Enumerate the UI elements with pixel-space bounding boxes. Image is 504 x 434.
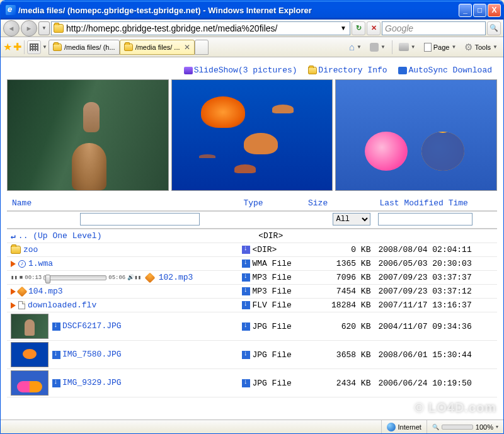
- thumbnail-icon[interactable]: [11, 370, 49, 396]
- modified-cell: 2007/09/23 03:37:37: [374, 271, 497, 285]
- modified-cell: 2004/11/07 09:34:36: [374, 312, 497, 341]
- feeds-button[interactable]: ▼: [367, 40, 389, 54]
- pin-icon[interactable]: [17, 286, 28, 297]
- thumbnail-3[interactable]: [335, 79, 497, 191]
- size-cell: 7454 KB: [303, 285, 374, 299]
- download-icon[interactable]: [242, 301, 250, 309]
- col-modified[interactable]: Last Modified Time: [374, 196, 497, 212]
- print-button[interactable]: ▼: [396, 40, 419, 54]
- file-link[interactable]: 104.mp3: [28, 287, 63, 296]
- file-link[interactable]: 102.mp3: [159, 273, 193, 282]
- slideshow-icon: [184, 67, 193, 74]
- table-row[interactable]: downloaded.flv FLV File 18284 KB 2007/11…: [7, 299, 497, 312]
- size-filter-select[interactable]: All: [333, 213, 370, 226]
- zoom-control[interactable]: 🔍100%▾: [427, 420, 503, 433]
- address-toolbar: ◄ ► ▼ http://homepc.gbridge-test.gbridge…: [1, 20, 503, 37]
- page-content: SlideShow(3 pictures) Directory Info Aut…: [1, 57, 503, 420]
- url-dropdown-icon[interactable]: ▼: [339, 25, 348, 31]
- col-name[interactable]: Name: [7, 196, 238, 212]
- size-cell: 620 KB: [303, 312, 374, 341]
- favorites-star-icon[interactable]: ★: [3, 41, 12, 53]
- print-icon: [399, 43, 409, 51]
- name-filter-input[interactable]: [80, 213, 200, 226]
- thumbnail-1[interactable]: [7, 79, 169, 191]
- play-icon[interactable]: [11, 288, 16, 295]
- download-icon[interactable]: [242, 351, 250, 359]
- file-link[interactable]: IMG_7580.JPG: [62, 350, 122, 359]
- modified-cell: 2006/05/03 20:30:03: [374, 257, 497, 271]
- directory-info-link[interactable]: Directory Info: [308, 66, 387, 75]
- stop-button[interactable]: ✕: [367, 21, 381, 35]
- nav-history-dropdown[interactable]: ▼: [38, 21, 50, 35]
- zoom-slider[interactable]: [442, 425, 473, 430]
- download-icon[interactable]: [242, 287, 250, 295]
- table-row[interactable]: IMG_7580.JPG JPG File 3658 KB 2008/06/01…: [7, 341, 497, 369]
- search-box[interactable]: Google: [382, 21, 486, 35]
- download-icon[interactable]: [242, 379, 250, 387]
- table-row[interactable]: ▮▮ ■ 00:1305:06 🔊▮▮ 102.mp3 MP3 File 709…: [7, 271, 497, 285]
- table-row[interactable]: ♪ 1.wma WMA File 1365 KB 2006/05/03 20:3…: [7, 257, 497, 271]
- file-link[interactable]: DSCF6217.JPG: [62, 321, 122, 331]
- address-bar[interactable]: http://homepc.gbridge-test.gbridge.net/m…: [51, 21, 350, 35]
- titlebar[interactable]: /media files/ (homepc.gbridge-test.gbrid…: [1, 1, 503, 20]
- back-button[interactable]: ◄: [3, 20, 20, 37]
- size-cell: 0 KB: [303, 243, 374, 257]
- security-zone[interactable]: Internet: [381, 420, 427, 433]
- forward-button[interactable]: ►: [21, 20, 37, 37]
- download-icon[interactable]: [242, 323, 250, 331]
- up-one-level-link[interactable]: .. (Up One Level): [18, 231, 102, 241]
- tab-close-icon[interactable]: ✕: [184, 43, 190, 52]
- size-cell: 18284 KB: [303, 299, 374, 312]
- col-type[interactable]: Type: [238, 196, 303, 212]
- maximize-button[interactable]: □: [473, 4, 486, 17]
- minimize-button[interactable]: _: [459, 4, 472, 17]
- download-icon[interactable]: [242, 246, 250, 254]
- file-link[interactable]: zoo: [23, 245, 38, 254]
- table-row[interactable]: IMG_9329.JPG JPG File 2434 KB 2006/06/24…: [7, 369, 497, 397]
- pin-icon[interactable]: [144, 272, 155, 283]
- play-icon[interactable]: [11, 302, 16, 309]
- file-link[interactable]: 1.wma: [28, 259, 53, 268]
- slideshow-link[interactable]: SlideShow(3 pictures): [184, 66, 297, 75]
- autosync-link[interactable]: AutoSync Download: [398, 66, 492, 75]
- search-button[interactable]: 🔍: [487, 21, 501, 35]
- table-row[interactable]: zoo <DIR> 0 KB 2008/08/04 02:04:11: [7, 243, 497, 257]
- page-icon: [424, 43, 432, 52]
- modified-filter-input[interactable]: [378, 213, 472, 226]
- size-cell: 1365 KB: [303, 257, 374, 271]
- tab-inactive[interactable]: /media files/ (h...: [49, 40, 120, 55]
- new-tab-button[interactable]: [195, 40, 209, 55]
- watermark: © LO4D.com: [415, 401, 496, 415]
- download-icon[interactable]: [52, 323, 60, 331]
- thumbnail-2[interactable]: [171, 79, 333, 191]
- thumbnail-icon[interactable]: [11, 314, 49, 339]
- pause-icon[interactable]: ▮▮: [11, 274, 18, 281]
- page-menu[interactable]: Page▼: [421, 40, 460, 54]
- dropdown-icon[interactable]: ▼: [42, 44, 47, 50]
- add-favorite-icon[interactable]: ✚: [13, 41, 21, 53]
- tab-toolbar: ★ ✚ ▼ /media files/ (h... /media files/ …: [1, 37, 503, 57]
- rss-icon: [370, 43, 379, 52]
- tab-active[interactable]: /media files/ ... ✕: [120, 40, 195, 55]
- file-link[interactable]: IMG_9329.JPG: [62, 378, 122, 387]
- folder-icon: [54, 24, 64, 33]
- table-row[interactable]: ↵ .. (Up One Level) <DIR>: [7, 229, 497, 243]
- type-cell: <DIR>: [238, 229, 303, 243]
- media-player-bar[interactable]: ▮▮ ■ 00:1305:06 🔊▮▮: [11, 274, 141, 281]
- table-row[interactable]: DSCF6217.JPG JPG File 620 KB 2004/11/07 …: [7, 312, 497, 341]
- tools-menu[interactable]: ⚙Tools▼: [461, 40, 501, 54]
- download-icon[interactable]: [242, 260, 250, 268]
- home-button[interactable]: ⌂▼: [346, 40, 365, 54]
- table-row[interactable]: 104.mp3 MP3 File 7454 KB 2007/09/23 03:3…: [7, 285, 497, 299]
- refresh-button[interactable]: ↻: [352, 21, 365, 35]
- close-button[interactable]: X: [488, 4, 501, 17]
- col-size[interactable]: Size: [303, 196, 374, 212]
- download-icon[interactable]: [52, 351, 60, 359]
- file-link[interactable]: downloaded.flv: [28, 300, 96, 310]
- thumbnail-icon[interactable]: [11, 342, 49, 367]
- download-icon[interactable]: [242, 273, 250, 282]
- download-icon[interactable]: [52, 379, 60, 387]
- play-icon[interactable]: [11, 261, 16, 267]
- quick-tabs-button[interactable]: [27, 40, 41, 54]
- seek-bar[interactable]: [43, 275, 106, 280]
